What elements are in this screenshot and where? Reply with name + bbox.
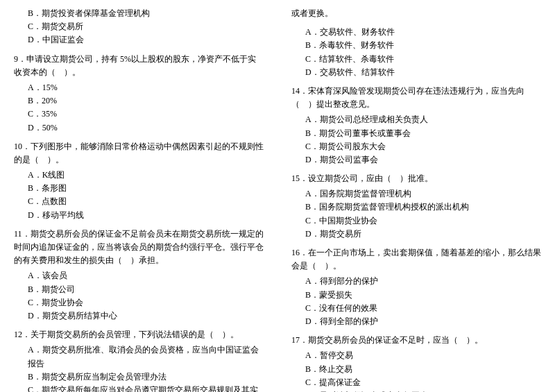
continuation-right-text: 或者更换。 xyxy=(291,7,541,20)
question-14: 14．宋体育深风险管发现期货公司存在违法违规行为，应当先向（ ）提出整改意见。 … xyxy=(291,85,541,167)
question-9-option-d: D．50% xyxy=(14,121,264,135)
question-17-text: 17．期货交易所会员的保证金不足时，应当（ ）。 xyxy=(291,334,541,347)
question-16-option-a: A．得到部分的保护 xyxy=(291,275,541,288)
question-15: 15．设立期货公司，应由（ ）批准。 A．国务院期货监督管理机构 B．国务院期货… xyxy=(291,172,541,241)
option-d-prev: D．中国证监会 xyxy=(14,33,264,46)
question-15-option-c: C．中国期货业协会 xyxy=(291,214,541,228)
question-17: 17．期货交易所会员的保证金不足时，应当（ ）。 A．暂停交易 B．终止交易 C… xyxy=(291,334,541,392)
question-12-option-c: C．期货交易所每年应当对会员遵守期货交易所交易规则及其实施细则的情况进行抽样或者… xyxy=(14,384,264,392)
question-10: 10．下列图形中，能够消除日常价格运动中偶然因素引起的不规则性的是（ ）。 A．… xyxy=(14,140,264,222)
question-14-option-d: D．期货公司监事会 xyxy=(291,153,541,167)
continuation-block: B．期货投资者保障基金管理机构 C．期货交易所 D．中国证监会 xyxy=(14,7,264,47)
continuation-right: 或者更换。 xyxy=(291,7,541,20)
question-14-text: 14．宋体育深风险管发现期货公司存在违法违规行为，应当先向（ ）提出整改意见。 xyxy=(291,85,541,111)
question-12: 12．关于期货交易所的会员管理，下列说法错误的是（ ）。 A．期货交易所批准、取… xyxy=(14,328,264,392)
question-13-option-d: D．交易软件、结算软件 xyxy=(291,66,541,79)
question-13-option-b: B．杀毒软件、财务软件 xyxy=(291,39,541,52)
question-16-option-d: D．得到全部的保护 xyxy=(291,315,541,328)
question-13-options: A．交易软件、财务软件 B．杀毒软件、财务软件 C．结算软件、杀毒软件 D．交易… xyxy=(291,26,541,79)
question-11-option-c: C．期货业协会 xyxy=(14,296,264,309)
question-13-option-a: A．交易软件、财务软件 xyxy=(291,26,541,39)
question-14-option-c: C．期货公司股东大会 xyxy=(291,140,541,153)
question-12-text: 12．关于期货交易所的会员管理，下列说法错误的是（ ）。 xyxy=(14,328,264,341)
question-14-option-a: A．期货公司总经理成相关负责人 xyxy=(291,113,541,126)
left-column: B．期货投资者保障基金管理机构 C．期货交易所 D．中国证监会 9．申请设立期货… xyxy=(14,7,271,392)
question-14-option-b: B．期货公司董事长或董事会 xyxy=(291,127,541,140)
question-17-option-d: D．及时追加保证金或者自行平仓 xyxy=(291,389,541,392)
question-16-text: 16．在一个正向市场上，卖出套期保值，随着基差的缩小，那么结果会是（ ）。 xyxy=(291,246,541,273)
question-16-option-b: B．蒙受损失 xyxy=(291,289,541,302)
question-15-text: 15．设立期货公司，应由（ ）批准。 xyxy=(291,172,541,185)
page-container: B．期货投资者保障基金管理机构 C．期货交易所 D．中国证监会 9．申请设立期货… xyxy=(14,7,541,392)
question-10-option-b: B．条形图 xyxy=(14,182,264,195)
question-12-option-b: B．期货交易所应当制定会员管理办法 xyxy=(14,370,264,384)
question-15-option-a: A．国务院期货监督管理机构 xyxy=(291,187,541,201)
question-15-option-d: D．期货交易所 xyxy=(291,228,541,241)
question-11-option-d: D．期货交易所结算中心 xyxy=(14,309,264,323)
question-13-option-c: C．结算软件、杀毒软件 xyxy=(291,53,541,66)
question-10-text: 10．下列图形中，能够消除日常价格运动中偶然因素引起的不规则性的是（ ）。 xyxy=(14,140,264,167)
question-17-option-c: C．提高保证金 xyxy=(291,376,541,389)
question-10-option-a: A．K线图 xyxy=(14,169,264,182)
question-11-text: 11．期货交易所会员的保证金不足前会员未在期货交易所统一规定的时间内追加保证金的… xyxy=(14,228,264,268)
question-9-option-a: A．15% xyxy=(14,81,264,94)
question-11-option-b: B．期货公司 xyxy=(14,283,264,296)
question-16-option-c: C．没有任何的效果 xyxy=(291,302,541,315)
question-9-text: 9．申请设立期货公司，持有 5%以上股权的股东，净资产不低于实收资本的（ ）。 xyxy=(14,53,264,79)
option-c-prev: C．期货交易所 xyxy=(14,20,264,33)
question-10-option-d: D．移动平均线 xyxy=(14,209,264,222)
question-12-option-a: A．期货交易所批准、取消会员的会员资格，应当向中国证监会报告 xyxy=(14,343,264,370)
question-9-option-b: B．20% xyxy=(14,94,264,108)
question-17-option-b: B．终止交易 xyxy=(291,363,541,376)
right-column: 或者更换。 A．交易软件、财务软件 B．杀毒软件、财务软件 C．结算软件、杀毒软… xyxy=(284,7,541,392)
question-9-option-c: C．35% xyxy=(14,108,264,121)
question-11: 11．期货交易所会员的保证金不足前会员未在期货交易所统一规定的时间内追加保证金的… xyxy=(14,228,264,323)
question-9: 9．申请设立期货公司，持有 5%以上股权的股东，净资产不低于实收资本的（ ）。 … xyxy=(14,53,264,135)
question-11-option-a: A．该会员 xyxy=(14,269,264,282)
question-10-option-c: C．点数图 xyxy=(14,195,264,208)
question-17-option-a: A．暂停交易 xyxy=(291,349,541,362)
question-16: 16．在一个正向市场上，卖出套期保值，随着基差的缩小，那么结果会是（ ）。 A．… xyxy=(291,246,541,328)
option-b-prev: B．期货投资者保障基金管理机构 xyxy=(14,7,264,20)
question-15-option-b: B．国务院期货监督管理机构授权的派出机构 xyxy=(291,201,541,214)
two-column-layout: B．期货投资者保障基金管理机构 C．期货交易所 D．中国证监会 9．申请设立期货… xyxy=(14,7,541,392)
